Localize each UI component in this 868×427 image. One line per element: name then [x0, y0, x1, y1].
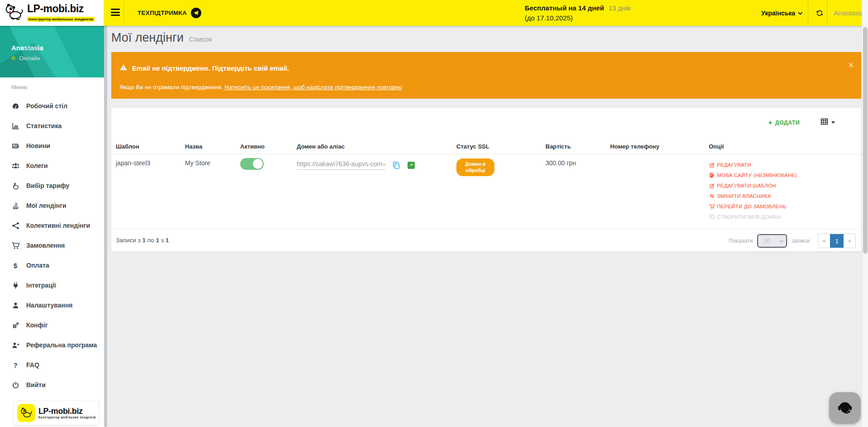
topbar-divider — [808, 0, 808, 26]
sidebar-item-label: Оплата — [26, 262, 49, 269]
sidebar-item-label: Конфіг — [26, 321, 48, 329]
trial-until-date: (до 17.10.2025) — [525, 13, 631, 23]
sidebar-item-referral[interactable]: Реферальна програма — [0, 335, 104, 355]
cart-icon — [709, 203, 715, 209]
sidebar-item-news[interactable]: Новини — [0, 136, 104, 156]
language-icon — [709, 172, 715, 178]
trial-days-left: 13 днів — [608, 3, 631, 13]
active-toggle[interactable] — [240, 158, 264, 170]
option-link: СТВОРИТИ WEB-ДОМЕН — [709, 211, 861, 222]
sidebar-item-statistics[interactable]: Статистика — [0, 116, 104, 136]
close-icon[interactable]: × — [848, 60, 854, 70]
ssl-status-badge: Домен в обробці — [456, 158, 494, 176]
option-link[interactable]: МОВА САЙТУ (НЕЗМІНЮВАНЕ) — [709, 170, 861, 180]
page-header: Мої лендінги Список — [111, 31, 212, 45]
cell-price: 300.00 грн — [541, 152, 606, 222]
sidebar-item-collective-landings[interactable]: Колективні лендінги — [0, 216, 104, 235]
stack-icon — [11, 202, 19, 210]
dashboard-icon — [11, 102, 19, 110]
user-plus-icon — [11, 341, 19, 349]
online-status-dot — [11, 56, 15, 60]
email-alert-banner: Email не підтверджено. Підтвердіть свій … — [111, 52, 861, 99]
page-size-select[interactable]: 20 — [757, 234, 787, 248]
page-scrollbar[interactable] — [862, 0, 868, 427]
pagination-page-1[interactable]: 1 — [830, 234, 844, 248]
sidebar-item-payment[interactable]: $Оплата — [0, 255, 104, 275]
sidebar-item-faq[interactable]: ?FAQ — [0, 355, 104, 375]
sidebar-item-label: Новини — [26, 142, 50, 149]
show-label: Показати — [729, 238, 753, 244]
sidebar-scrollbar[interactable] — [104, 26, 107, 427]
sidebar-item-label: Замовлення — [26, 242, 65, 249]
option-link[interactable]: ЗМІНИТИ ВЛАСНИКА — [709, 191, 861, 201]
alert-body-prefix: Якщо Ви не отримали підтвердження. — [119, 84, 225, 91]
sidebar-user-panel: Anastasia Онлайн — [0, 26, 107, 77]
option-link[interactable]: РЕДАГУВАТИ — [709, 159, 861, 170]
sidebar-menu: Робочий стілСтатистикаНовиниКолегиВибір … — [0, 96, 104, 395]
sidebar-item-tariff[interactable]: Вибір тарифу — [0, 176, 104, 196]
sidebar-item-label: Робочий стіл — [26, 102, 67, 110]
tech-support-label: ТЕХПІДТРИМКА — [138, 10, 187, 16]
column-visibility-button[interactable] — [821, 118, 835, 127]
menu-header: Меню — [11, 84, 27, 91]
refresh-button[interactable] — [813, 0, 826, 26]
language-selector[interactable]: Українська — [761, 0, 802, 26]
trial-status: Бесплатный на 14 дней 13 днів (до 17.10.… — [525, 3, 631, 23]
sidebar-item-orders[interactable]: Замовлення — [0, 235, 104, 255]
pagination-next[interactable]: » — [844, 234, 855, 248]
option-link[interactable]: ПЕРЕЙТИ ДО ЗАМОВЛЕНЬ — [709, 201, 861, 211]
dog-logo-icon — [17, 404, 35, 422]
add-landing-label: ДОДАТИ — [775, 120, 800, 126]
table-grid-icon — [821, 118, 828, 127]
alert-body: Якщо Ви не отримали підтвердження. Натис… — [119, 84, 402, 91]
trial-title: Бесплатный на 14 дней — [525, 3, 604, 13]
sidebar-item-label: Інтеграції — [26, 282, 56, 289]
topbar-username[interactable]: Anastasia — [834, 0, 863, 26]
records-info: Записи з 1 по 1 з 1 — [116, 237, 169, 244]
sidebar-item-colleagues[interactable]: Колеги — [0, 156, 104, 176]
tech-support-link[interactable]: ТЕХПІДТРИМКА — [138, 0, 201, 26]
warning-icon — [119, 64, 128, 72]
row-options: РЕДАГУВАТИМОВА САЙТУ (НЕЗМІНЮВАНЕ)РЕДАГУ… — [709, 159, 861, 222]
brand-logo[interactable]: LP-mobi.biz Конструктор мобильных лендин… — [0, 0, 104, 26]
support-chat-button[interactable] — [829, 392, 861, 424]
sidebar-brand-title: LP-mobi.biz — [38, 407, 96, 416]
sidebar-item-settings[interactable]: Налаштування — [0, 295, 104, 315]
sidebar-item-logout[interactable]: Вийти — [0, 375, 104, 395]
scrollbar-thumb[interactable] — [863, 27, 868, 254]
sidebar-item-config[interactable]: Конфіг — [0, 315, 104, 335]
option-link[interactable]: РЕДАГУВАТИ ШАБЛОН — [709, 180, 861, 191]
hamburger-menu-icon[interactable] — [111, 9, 120, 18]
sidebar-footer-logo[interactable]: LP-mobi.biz Конструктор мобільних лендін… — [14, 401, 99, 425]
exchange-icon — [709, 193, 715, 199]
domain-input[interactable] — [297, 160, 385, 170]
chevron-down-icon — [780, 239, 783, 242]
power-icon — [11, 381, 19, 389]
resend-confirmation-link[interactable]: Натисніть це посилання, щоб надіслати пі… — [225, 84, 402, 91]
add-landing-button[interactable]: + ДОДАТИ — [768, 119, 800, 126]
sidebar-item-my-landings[interactable]: Мої лендінги — [0, 196, 104, 216]
page-subtitle: Список — [189, 35, 212, 43]
cell-name: My Store — [180, 152, 236, 222]
sidebar-item-dashboard[interactable]: Робочий стіл — [0, 96, 104, 116]
records-label: записи — [792, 238, 810, 244]
sidebar-user-status: Онлайн — [11, 55, 40, 62]
sidebar-brand-subtitle: Конструктор мобільних лендінгів — [38, 416, 96, 419]
page-title: Мої лендінги — [111, 31, 184, 45]
alert-title: Email не підтверджено. Підтвердіть свій … — [132, 64, 289, 72]
pagination: « 1 » — [818, 234, 856, 248]
plus-icon: + — [768, 119, 773, 126]
share-icon — [11, 221, 19, 230]
sidebar-item-label: Вийти — [26, 381, 46, 389]
open-site-icon[interactable] — [408, 162, 415, 169]
copy-icon[interactable] — [393, 161, 400, 169]
telegram-icon[interactable] — [191, 8, 201, 18]
chart-bar-icon — [11, 122, 19, 130]
sidebar-item-integrations[interactable]: Інтеграції — [0, 275, 104, 295]
dog-logo-icon — [4, 2, 24, 24]
sidebar-item-label: Статистика — [26, 122, 62, 130]
language-label: Українська — [761, 10, 795, 17]
cell-template: japan-steel3 — [111, 152, 180, 222]
pagination-prev[interactable]: « — [818, 234, 830, 248]
dollar-icon: $ — [11, 261, 19, 269]
